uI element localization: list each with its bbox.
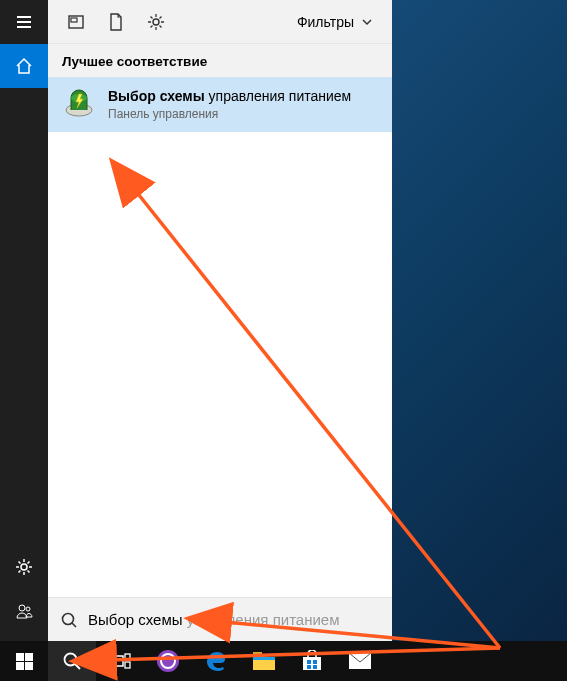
result-text: Выбор схемы управления питанием Панель у… [108,87,351,122]
svg-rect-18 [110,656,123,666]
taskbar-taskview-button[interactable] [96,641,144,681]
home-icon [15,57,33,75]
svg-point-4 [19,605,25,611]
search-input[interactable]: Выбор схемы управления питанием [88,611,380,628]
chevron-down-icon [360,15,374,29]
result-power-scheme[interactable]: Выбор схемы управления питанием Панель у… [48,77,392,132]
people-button[interactable] [0,589,48,633]
results-empty-area [48,132,392,597]
windows-icon [16,653,33,670]
svg-rect-12 [16,653,24,661]
svg-rect-15 [25,662,33,670]
store-icon [301,650,323,672]
start-sidebar [0,0,48,641]
cortana-icon [156,649,180,673]
hamburger-icon [15,13,33,31]
search-bar[interactable]: Выбор схемы управления питанием [48,597,392,641]
svg-rect-14 [16,662,24,670]
gear-icon [15,558,33,576]
taskview-icon [109,653,131,669]
svg-point-5 [26,607,30,611]
folder-icon [252,651,276,671]
taskbar-explorer-button[interactable] [240,641,288,681]
documents-filter-button[interactable] [96,2,136,42]
taskbar [0,641,567,681]
settings-button[interactable] [0,545,48,589]
svg-rect-24 [253,652,262,655]
gear-icon [147,13,165,31]
result-title: Выбор схемы управления питанием [108,87,351,106]
people-icon [15,602,33,620]
svg-point-16 [65,654,77,666]
settings-filter-button[interactable] [136,2,176,42]
menu-button[interactable] [0,0,48,44]
search-icon [62,651,82,671]
svg-rect-26 [313,660,317,664]
edge-icon [204,649,228,673]
apps-icon [67,13,85,31]
svg-rect-19 [125,654,130,660]
svg-rect-20 [125,662,130,668]
svg-rect-25 [307,660,311,664]
svg-rect-23 [253,657,275,660]
document-icon [108,13,124,31]
search-panel: Фильтры Лучшее соответствие Выбор схемы … [48,0,392,641]
taskbar-cortana-button[interactable] [144,641,192,681]
svg-point-10 [63,613,74,624]
filters-dropdown[interactable]: Фильтры [287,2,384,42]
svg-line-17 [75,664,80,669]
taskbar-store-button[interactable] [288,641,336,681]
svg-line-11 [72,623,76,627]
taskbar-mail-button[interactable] [336,641,384,681]
taskbar-search-button[interactable] [48,641,96,681]
best-match-header: Лучшее соответствие [48,44,392,77]
start-button[interactable] [0,641,48,681]
svg-rect-28 [313,665,317,669]
svg-rect-13 [25,653,33,661]
svg-rect-27 [307,665,311,669]
svg-point-3 [21,564,27,570]
panel-toolbar: Фильтры [48,0,392,44]
svg-point-8 [153,19,159,25]
mail-icon [348,652,372,670]
apps-filter-button[interactable] [56,2,96,42]
filters-label: Фильтры [297,14,354,30]
home-button[interactable] [0,44,48,88]
svg-rect-7 [71,18,77,22]
result-subtitle: Панель управления [108,106,351,122]
search-icon [60,611,78,629]
taskbar-edge-button[interactable] [192,641,240,681]
power-plan-icon [62,88,96,122]
